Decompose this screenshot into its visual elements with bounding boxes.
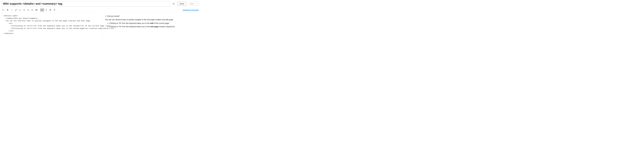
svg-point-6 [23, 10, 24, 10]
checklist-button[interactable] [30, 8, 34, 12]
italic-icon: I [11, 9, 12, 11]
list-item: Clicking on "e" from the keyboard takes … [109, 22, 197, 25]
checklist-icon [31, 9, 33, 11]
numbered-list-icon: 1 2 3 [27, 9, 29, 11]
editor-preview-split: <details open> <summary>Did you know?</s… [2, 13, 200, 39]
save-button[interactable]: Save [188, 2, 196, 6]
svg-point-3 [174, 4, 174, 5]
bold-button[interactable]: B [6, 8, 10, 12]
more-button[interactable]: ··· [57, 8, 60, 12]
svg-point-1 [173, 3, 174, 4]
text-format-icon [2, 9, 4, 11]
svg-point-8 [23, 10, 24, 11]
code-button[interactable]: </> [18, 8, 22, 12]
preview-summary[interactable]: ▼Did you know? [105, 15, 197, 18]
svg-text:3: 3 [27, 10, 28, 11]
title-row: Close Save [2, 1, 200, 7]
svg-rect-5 [24, 9, 25, 10]
ellipsis-icon: ··· [58, 9, 60, 11]
preview-details[interactable]: ▼Did you know? You can use shortcut keys… [105, 15, 197, 28]
markdown-editor[interactable]: <details open> <summary>Did you know?</s… [2, 13, 102, 39]
svg-rect-25 [54, 9, 55, 10]
svg-point-4 [23, 9, 24, 10]
attach-button[interactable] [48, 8, 52, 12]
paperclip-icon [49, 9, 52, 11]
page-settings-button[interactable] [172, 2, 176, 6]
svg-rect-11 [28, 9, 29, 10]
disclosure-triangle-icon: ▼ [105, 15, 106, 17]
save-split-button: Save [188, 2, 200, 6]
table-button[interactable] [34, 8, 38, 12]
save-menu-caret[interactable] [196, 2, 199, 6]
spellcheck-button[interactable]: ABC [40, 8, 44, 12]
close-button[interactable]: Close [178, 2, 186, 6]
text-format-button[interactable] [2, 8, 6, 12]
svg-text:1: 1 [27, 9, 28, 10]
svg-text:2: 2 [27, 10, 28, 10]
link-icon [15, 9, 17, 11]
markdown-supported-link[interactable]: Markdown supported. [183, 9, 200, 11]
svg-rect-13 [28, 10, 29, 10]
preview-intro: You can use shortcut keys to quickly nav… [105, 18, 197, 21]
preview-list: Clicking on "e" from the keyboard takes … [109, 22, 197, 28]
sliders-icon [172, 3, 175, 5]
link-button[interactable] [14, 8, 18, 12]
svg-rect-24 [54, 9, 55, 11]
bullet-list-icon [23, 9, 25, 11]
markdown-preview: ▼Did you know? You can use shortcut keys… [102, 13, 200, 39]
heading-button[interactable]: # [44, 8, 48, 12]
italic-button[interactable]: I [10, 8, 14, 12]
clipboard-icon [54, 9, 56, 11]
hash-icon: # [46, 9, 47, 11]
page-title-input[interactable] [2, 1, 170, 7]
table-icon [36, 9, 38, 11]
spellcheck-icon: ABC [40, 9, 44, 11]
svg-rect-7 [24, 10, 25, 10]
numbered-list-button[interactable]: 1 2 3 [26, 8, 30, 12]
bullet-list-button[interactable] [22, 8, 26, 12]
wiki-edit-page: Close Save B I [0, 0, 201, 39]
code-icon: </> [18, 9, 22, 11]
svg-rect-9 [24, 10, 25, 11]
chevron-down-icon [197, 3, 198, 5]
clipboard-button[interactable] [52, 8, 56, 12]
bold-icon: B [7, 9, 8, 11]
toolbar-left: B I </> [2, 8, 60, 12]
svg-rect-19 [36, 9, 37, 11]
list-item: Clicking on "n" from the keyboard takes … [109, 25, 197, 28]
editor-toolbar: B I </> [2, 8, 200, 13]
